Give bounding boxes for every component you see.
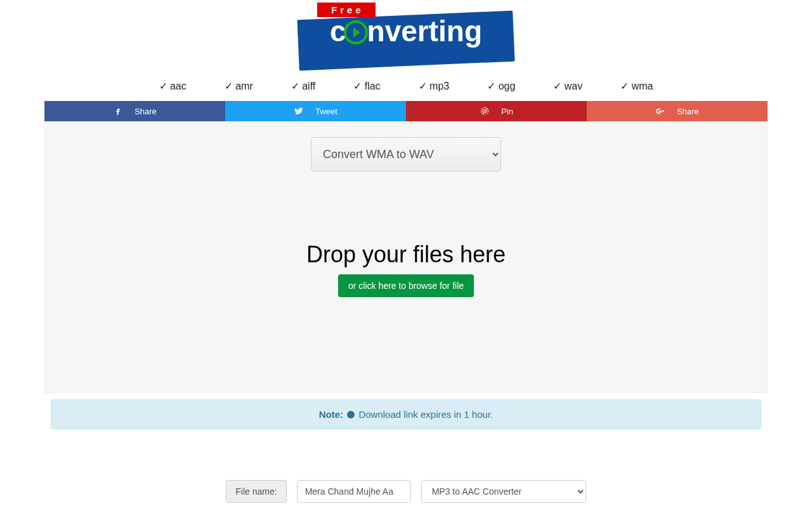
share-label: Tweet	[315, 107, 337, 116]
share-twitter[interactable]: Tweet	[225, 101, 406, 121]
filename-label: File name:	[226, 480, 286, 503]
format-item: ✓ wav	[553, 80, 582, 92]
format-item: ✓ wma	[620, 80, 653, 92]
file-form-row: File name: MP3 to AAC Converter	[0, 480, 812, 503]
format-item: ✓ mp3	[419, 80, 450, 92]
format-item: ✓ aiff	[291, 80, 316, 92]
play-icon	[344, 20, 368, 44]
clock-icon	[347, 411, 355, 418]
share-bar: Share Tweet Pin Share	[44, 101, 768, 121]
note-label: Note:	[319, 409, 343, 420]
facebook-icon	[113, 106, 123, 116]
filename-input[interactable]	[297, 480, 411, 503]
logo-word: cnverting	[298, 14, 514, 48]
format-item: ✓ flac	[353, 80, 380, 92]
googleplus-icon	[655, 106, 665, 116]
converter-panel: Convert WMA to WAV Drop your files here …	[44, 121, 768, 393]
share-label: Share	[677, 107, 699, 116]
share-facebook[interactable]: Share	[44, 101, 225, 121]
format-item: ✓ amr	[225, 80, 253, 92]
format-item: ✓ aac	[159, 80, 187, 92]
share-label: Share	[134, 107, 157, 116]
header: Free cnverting	[0, 0, 812, 74]
note-bar: Note: Download link expires in 1 hour.	[51, 399, 761, 429]
logo-link[interactable]: Free cnverting	[298, 3, 514, 66]
browse-button[interactable]: or click here to browse for file	[338, 274, 474, 297]
supported-formats: ✓ aac ✓ amr ✓ aiff ✓ flac ✓ mp3 ✓ ogg ✓ …	[0, 74, 812, 101]
note-text: Download link expires in 1 hour.	[358, 409, 493, 420]
target-format-select[interactable]: MP3 to AAC Converter	[421, 480, 586, 503]
dropzone-title: Drop your files here	[58, 241, 754, 268]
share-label: Pin	[501, 107, 513, 116]
pinterest-icon	[480, 106, 490, 116]
twitter-icon	[294, 106, 304, 116]
share-pinterest[interactable]: Pin	[406, 101, 587, 121]
conversion-select[interactable]: Convert WMA to WAV	[311, 137, 501, 171]
share-googleplus[interactable]: Share	[587, 101, 768, 121]
format-item: ✓ ogg	[487, 80, 515, 92]
